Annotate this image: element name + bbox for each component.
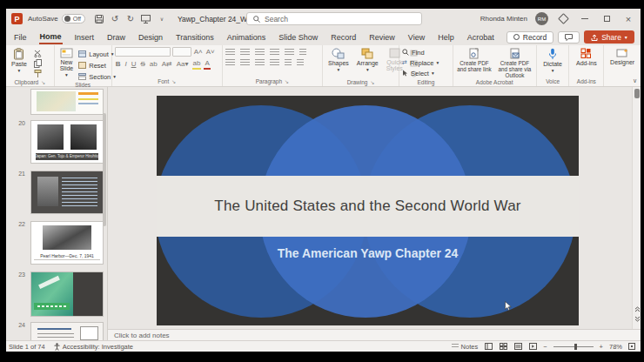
- line-spacing-icon[interactable]: [285, 49, 294, 56]
- columns-icon[interactable]: [285, 59, 292, 66]
- thumbnail-scrollbar[interactable]: [103, 113, 106, 226]
- decrease-font-icon[interactable]: A˅: [205, 47, 216, 57]
- justify-icon[interactable]: [270, 59, 279, 66]
- powerpoint-icon[interactable]: P: [11, 13, 23, 24]
- redo-icon[interactable]: ↻: [124, 12, 138, 26]
- tab-design[interactable]: Design: [138, 31, 164, 44]
- smartart-icon[interactable]: [297, 59, 304, 66]
- comments-button[interactable]: [558, 31, 580, 44]
- increase-indent-icon[interactable]: [270, 49, 279, 56]
- tab-animations[interactable]: Animations: [226, 31, 267, 44]
- slide-thumbnail-22[interactable]: Pearl Harbor—Dec. 7, 1941: [30, 221, 104, 265]
- cut-icon[interactable]: [32, 49, 44, 57]
- create-pdf-share-link-button[interactable]: Create PDF and share link: [456, 47, 493, 72]
- select-button[interactable]: Select ▾: [402, 68, 434, 78]
- zoom-slider[interactable]: [553, 346, 594, 347]
- format-painter-icon[interactable]: [32, 70, 44, 78]
- previous-slide-icon[interactable]: [634, 306, 641, 312]
- tab-record[interactable]: Record: [330, 31, 357, 44]
- tab-help[interactable]: Help: [437, 31, 455, 44]
- tab-file[interactable]: File: [13, 31, 28, 44]
- tab-insert[interactable]: Insert: [74, 31, 96, 44]
- slide-thumbnail-24[interactable]: [30, 322, 104, 340]
- increase-font-icon[interactable]: A˄: [193, 47, 204, 57]
- slideshow-view-button[interactable]: [528, 343, 537, 351]
- replace-button[interactable]: ⇄ Replace ▾: [402, 57, 439, 68]
- font-size-combobox[interactable]: [172, 47, 191, 57]
- tab-transitions[interactable]: Transitions: [175, 31, 215, 44]
- align-right-icon[interactable]: [255, 59, 265, 66]
- undo-icon[interactable]: ↺: [108, 12, 122, 26]
- section-button[interactable]: Section▾: [78, 71, 116, 82]
- new-slide-button[interactable]: New Slide ▾: [57, 47, 77, 78]
- slide-thumbnail-21[interactable]: [30, 171, 104, 214]
- numbering-icon[interactable]: [240, 49, 250, 56]
- drawing-dialog-launcher-icon[interactable]: ↘: [370, 79, 374, 85]
- zoom-out-button[interactable]: −: [543, 343, 547, 351]
- align-left-icon[interactable]: [225, 59, 235, 66]
- user-name[interactable]: Rhonda Minten: [480, 15, 527, 23]
- normal-view-button[interactable]: [484, 343, 493, 351]
- shapes-button[interactable]: Shapes ▾: [325, 47, 352, 73]
- zoom-slider-thumb[interactable]: [574, 344, 577, 350]
- paragraph-dialog-launcher-icon[interactable]: ↘: [285, 78, 289, 84]
- whats-new-icon[interactable]: [556, 12, 570, 26]
- close-button[interactable]: ×: [621, 12, 635, 26]
- reset-button[interactable]: Reset: [78, 60, 116, 70]
- character-spacing-button[interactable]: A⇄: [161, 59, 173, 69]
- dictate-button[interactable]: Dictate ▾: [540, 47, 565, 74]
- bullets-icon[interactable]: [225, 49, 235, 56]
- font-name-combobox[interactable]: [115, 47, 171, 57]
- save-icon[interactable]: [92, 12, 106, 26]
- notes-pane[interactable]: Click to add notes: [108, 329, 641, 340]
- change-case-button[interactable]: Aa▾: [176, 59, 190, 69]
- strikethrough-button[interactable]: S: [139, 59, 145, 69]
- collapse-ribbon-chevron-icon[interactable]: ∨: [633, 77, 637, 84]
- minimize-button[interactable]: [578, 12, 592, 26]
- slide-thumbnail-20[interactable]: Japan: Gen. Tojo & Emperor Hirohito: [30, 120, 104, 164]
- addins-button[interactable]: Add-ins: [574, 47, 600, 67]
- share-button[interactable]: Share ▾: [584, 30, 634, 44]
- avatar[interactable]: RM: [535, 12, 548, 25]
- paste-button[interactable]: Paste ▾: [9, 47, 30, 74]
- slide-thumbnail-partial[interactable]: [30, 89, 104, 115]
- italic-button[interactable]: I: [124, 59, 127, 69]
- title-placeholder[interactable]: The United States and the Second World W…: [157, 176, 579, 237]
- copy-icon[interactable]: [32, 59, 44, 68]
- tab-view[interactable]: View: [407, 31, 426, 44]
- scrollbar-thumb[interactable]: [634, 89, 640, 98]
- text-shadow-button[interactable]: ab: [149, 59, 158, 69]
- record-button[interactable]: Record: [506, 31, 553, 44]
- tab-acrobat[interactable]: Acrobat: [466, 31, 495, 44]
- designer-button[interactable]: Designer: [607, 47, 637, 66]
- vertical-scrollbar[interactable]: [632, 87, 641, 329]
- slide-thumbnail-23[interactable]: [30, 272, 104, 317]
- underline-button[interactable]: U: [131, 59, 138, 69]
- subtitle-placeholder[interactable]: The American Yawp Chapter 24: [157, 246, 579, 260]
- zoom-level[interactable]: 78%: [609, 343, 622, 351]
- create-pdf-outlook-button[interactable]: Create PDF and share via Outlook: [496, 47, 533, 79]
- slide-counter[interactable]: Slide 1 of 74: [9, 343, 45, 351]
- slideshow-icon[interactable]: [139, 12, 153, 26]
- search-input[interactable]: Search: [246, 12, 422, 25]
- tab-review[interactable]: Review: [368, 31, 396, 44]
- align-center-icon[interactable]: [240, 59, 250, 66]
- restore-button[interactable]: [600, 12, 614, 26]
- highlight-color-button[interactable]: ab: [192, 58, 202, 70]
- next-slide-icon[interactable]: [634, 316, 641, 322]
- layout-button[interactable]: Layout▾: [78, 49, 116, 59]
- slide-canvas[interactable]: The United States and the Second World W…: [157, 96, 579, 325]
- slide-sorter-view-button[interactable]: [499, 343, 507, 351]
- fit-to-window-icon[interactable]: [628, 343, 635, 350]
- decrease-indent-icon[interactable]: [255, 49, 265, 56]
- bold-button[interactable]: B: [115, 59, 122, 69]
- notes-toggle-button[interactable]: Notes: [452, 343, 479, 351]
- find-button[interactable]: Find: [402, 47, 425, 57]
- text-direction-icon[interactable]: [299, 49, 306, 56]
- font-dialog-launcher-icon[interactable]: ↘: [171, 78, 176, 84]
- accessibility-checker[interactable]: Accessibility: Investigate: [54, 343, 133, 351]
- tab-draw[interactable]: Draw: [106, 31, 126, 44]
- font-color-button[interactable]: A: [204, 58, 210, 70]
- autosave-toggle[interactable]: Off: [62, 14, 85, 23]
- zoom-in-button[interactable]: +: [600, 343, 603, 351]
